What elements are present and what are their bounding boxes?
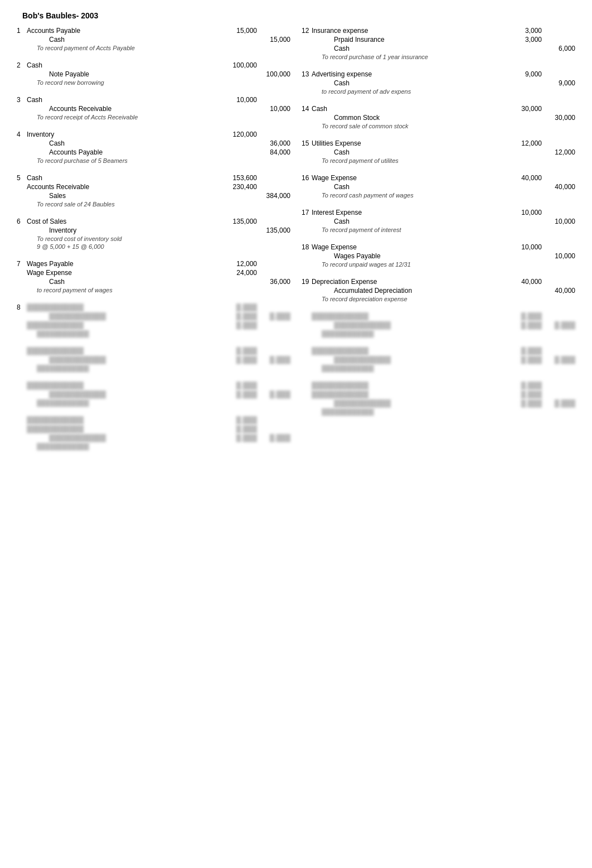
- entry-number: 4: [17, 131, 27, 138]
- entry-row: Wages Payable10,000: [302, 252, 575, 260]
- account-name: Wage Expense: [312, 243, 508, 251]
- entry-row: To record unpaid wages at 12/31: [302, 261, 575, 268]
- entry-row: to record payment of wages: [17, 287, 290, 293]
- journal-entry: 5Cash153,600Accounts Receivable230,400Sa…: [17, 174, 290, 211]
- entry-row: To record purchase of 1 year insurance: [302, 54, 575, 60]
- credit-amount: 10,000: [257, 105, 290, 113]
- entry-number: 15: [302, 139, 312, 147]
- account-name: Cash: [27, 36, 224, 44]
- journal-entry: 18Wage Expense10,000Wages Payable10,000T…: [302, 243, 575, 271]
- debit-amount: █,███: [508, 382, 542, 389]
- page-container: Bob's Baubles- 2003 1Accounts Payable15,…: [6, 6, 586, 465]
- account-name: Cash: [27, 278, 224, 286]
- entry-row: To record purchase of 5 Beamers: [17, 157, 290, 164]
- debit-amount: █,███: [508, 347, 542, 355]
- entry-row: 18Wage Expense10,000: [302, 243, 575, 251]
- debit-amount: █,███: [224, 434, 257, 442]
- entry-row: Wage Expense24,000: [17, 269, 290, 277]
- account-name: Cash: [27, 61, 224, 69]
- entry-row: ████████████: [17, 399, 290, 406]
- account-name: Cash: [27, 96, 224, 104]
- journal-entry: 6Cost of Sales135,000Inventory135,000To …: [17, 218, 290, 253]
- entry-row: Prpaid Insurance3,000: [302, 36, 575, 44]
- account-name: Utilities Expense: [312, 139, 508, 147]
- entry-row: Cash9,000: [302, 79, 575, 87]
- account-name: ████████████: [27, 303, 224, 311]
- entry-row: 8█████████████,███: [17, 303, 290, 311]
- journal-entry: █████████████,████████████████,█████████…: [302, 382, 575, 418]
- entry-row: Cash36,000: [17, 139, 290, 147]
- entry-row: Cash12,000: [302, 148, 575, 156]
- account-name: Cash: [312, 148, 508, 156]
- credit-amount: 40,000: [542, 183, 575, 191]
- debit-amount: 12,000: [224, 260, 257, 268]
- entry-row: 4Inventory120,000: [17, 131, 290, 138]
- right-column: 12Insurance expense3,000Prpaid Insurance…: [302, 27, 575, 460]
- account-name: ████████████: [312, 321, 508, 329]
- account-name: To record purchase of 1 year insurance: [312, 54, 508, 60]
- debit-amount: █,███: [224, 312, 257, 320]
- journal-entry: █████████████,████████████████,████,████…: [17, 347, 290, 375]
- account-name: Accounts Receivable: [27, 105, 224, 113]
- account-name: To record cost of inventory sold: [27, 235, 224, 242]
- account-name: Cash: [312, 45, 508, 52]
- debit-amount: █,███: [508, 399, 542, 407]
- account-name: ████████████: [27, 382, 224, 389]
- entry-row: Cash15,000: [17, 36, 290, 44]
- account-name: To record sale of common stock: [312, 123, 508, 129]
- account-name: Accumulated Depreciation: [312, 287, 508, 295]
- journal-entry: █████████████,████████████████,████,████…: [302, 347, 575, 375]
- debit-amount: █,███: [508, 390, 542, 398]
- account-name: ████████████: [312, 399, 508, 407]
- left-column: 1Accounts Payable15,000Cash15,000To reco…: [17, 27, 290, 460]
- debit-amount: 3,000: [508, 27, 542, 35]
- entry-row: █████████████,████,███: [17, 312, 290, 320]
- entry-row: 16Wage Expense40,000: [302, 174, 575, 182]
- account-name: To record purchase of 5 Beamers: [27, 157, 224, 164]
- account-name: Cash: [312, 105, 508, 113]
- account-name: To record payment of Accts Payable: [27, 45, 224, 51]
- entry-row: ████████████: [17, 330, 290, 337]
- account-name: Cost of Sales: [27, 218, 224, 225]
- entry-row: █████████████,████,███: [302, 321, 575, 329]
- credit-amount: █,███: [542, 356, 575, 364]
- entry-number: 18: [302, 243, 312, 251]
- debit-amount: 10,000: [508, 243, 542, 251]
- entry-number: 12: [302, 27, 312, 35]
- entry-row: 3Cash10,000: [17, 96, 290, 104]
- entry-row: Inventory135,000: [17, 226, 290, 234]
- account-name: To record receipt of Accts Receivable: [27, 114, 224, 120]
- account-name: ████████████: [27, 434, 224, 442]
- account-name: Advertising expense: [312, 70, 508, 78]
- account-name: Inventory: [27, 226, 224, 234]
- account-name: ████████████: [27, 399, 224, 406]
- entry-row: Sales384,000: [17, 192, 290, 200]
- debit-amount: 3,000: [508, 36, 542, 44]
- debit-amount: █,███: [224, 303, 257, 311]
- entry-number: 19: [302, 278, 312, 286]
- account-name: Note Payable: [27, 70, 224, 78]
- journal-entry: 2Cash100,000Note Payable100,000To record…: [17, 61, 290, 89]
- credit-amount: 6,000: [542, 45, 575, 52]
- entry-number: 8: [17, 303, 27, 311]
- entry-number: 13: [302, 70, 312, 78]
- entry-row: 14Cash30,000: [302, 105, 575, 113]
- credit-amount: 384,000: [257, 192, 290, 200]
- entry-row: 9 @ 5,000 + 15 @ 6,000: [17, 243, 290, 250]
- entry-row: To record payment of Accts Payable: [17, 45, 290, 51]
- entry-row: 13Advertising expense9,000: [302, 70, 575, 78]
- debit-amount: █,███: [224, 390, 257, 398]
- credit-amount: █,███: [257, 434, 290, 442]
- account-name: To record cash payment of wages: [312, 192, 508, 199]
- entry-row: █████████████,███: [302, 382, 575, 389]
- entry-row: █████████████,████,███: [302, 356, 575, 364]
- journal-entry: █████████████,████████████████,████,████…: [302, 312, 575, 340]
- entry-row: Accumulated Depreciation40,000: [302, 287, 575, 295]
- credit-amount: 12,000: [542, 148, 575, 156]
- debit-amount: 40,000: [508, 278, 542, 286]
- entry-row: █████████████,███: [302, 312, 575, 320]
- entry-row: ████████████: [17, 443, 290, 450]
- account-name: ████████████: [27, 356, 224, 364]
- account-name: Wage Expense: [312, 174, 508, 182]
- credit-amount: 40,000: [542, 287, 575, 295]
